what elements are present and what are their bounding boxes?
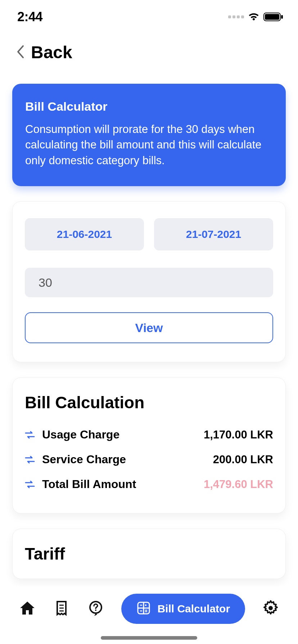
bill-row-value: 1,170.00 LKR (204, 428, 273, 441)
status-time: 2:44 (17, 9, 42, 24)
info-card-description: Consumption will prorate for the 30 days… (25, 121, 273, 168)
status-icons (228, 12, 284, 22)
back-label: Back (31, 42, 72, 62)
transfer-icon (25, 455, 35, 464)
home-icon (19, 599, 36, 618)
date-from-button[interactable]: 21-06-2021 (25, 218, 144, 250)
nav-bills[interactable] (53, 599, 70, 618)
bill-row-label: Service Charge (42, 453, 126, 466)
help-icon (87, 599, 104, 618)
bill-row-service: Service Charge 200.00 LKR (25, 447, 273, 472)
tariff-card: Tariff (12, 529, 286, 579)
receipt-icon (53, 599, 70, 618)
bill-row-value: 200.00 LKR (213, 453, 273, 466)
info-card: Bill Calculator Consumption will prorate… (12, 84, 286, 186)
nav-help[interactable] (87, 599, 104, 618)
bill-calculation-card: Bill Calculation Usage Charge 1,170.00 L… (12, 377, 286, 514)
bill-row-value: 1,479.60 LKR (204, 478, 273, 491)
bill-row-label: Total Bill Amount (42, 478, 136, 491)
svg-rect-2 (281, 15, 283, 19)
chevron-left-icon (16, 45, 25, 60)
status-bar: 2:44 (0, 0, 298, 28)
battery-icon (263, 12, 284, 22)
transfer-icon (25, 431, 35, 439)
bill-row-usage: Usage Charge 1,170.00 LKR (25, 422, 273, 447)
units-input[interactable] (25, 268, 273, 297)
bill-calculation-title: Bill Calculation (25, 393, 273, 412)
date-to-button[interactable]: 21-07-2021 (154, 218, 273, 250)
info-card-title: Bill Calculator (25, 100, 273, 114)
nav-bill-calculator-label: Bill Calculator (157, 603, 230, 615)
gear-icon (262, 599, 279, 618)
bill-row-total: Total Bill Amount 1,479.60 LKR (25, 472, 273, 497)
form-card: 21-06-2021 21-07-2021 View (12, 201, 286, 362)
nav-home[interactable] (19, 599, 36, 618)
transfer-icon (25, 480, 35, 489)
view-button[interactable]: View (25, 312, 273, 343)
calculator-icon (136, 601, 151, 617)
wifi-icon (248, 12, 260, 22)
back-button[interactable]: Back (0, 28, 298, 69)
bottom-nav: Bill Calculator (0, 586, 298, 644)
svg-point-4 (95, 610, 96, 611)
svg-rect-1 (265, 14, 279, 20)
nav-settings[interactable] (262, 599, 279, 618)
tariff-title: Tariff (25, 544, 273, 564)
bill-row-label: Usage Charge (42, 428, 119, 441)
nav-bill-calculator[interactable]: Bill Calculator (121, 594, 245, 624)
signal-dots-icon (228, 15, 244, 18)
home-indicator (101, 636, 197, 640)
